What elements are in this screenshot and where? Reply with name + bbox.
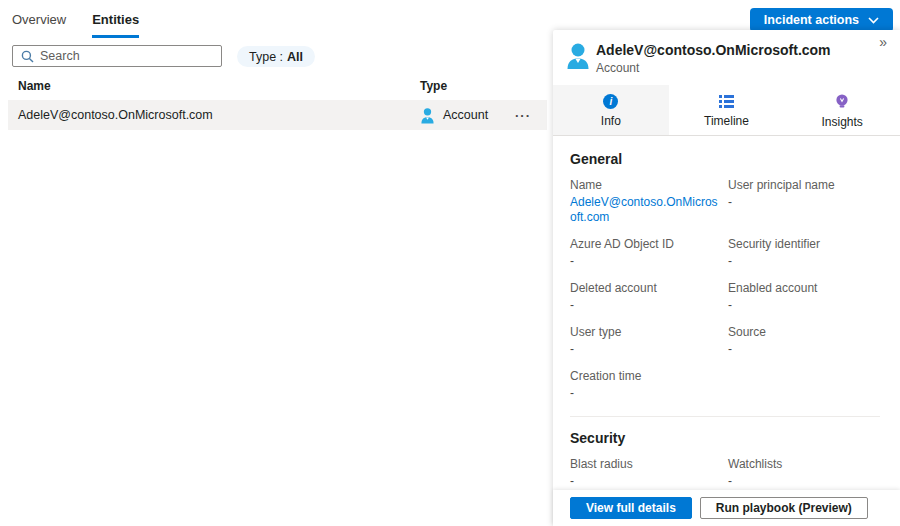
insights-icon xyxy=(836,94,848,110)
search-input[interactable] xyxy=(40,49,221,63)
section-divider xyxy=(570,416,880,417)
field-user-principal-name: User principal name - xyxy=(728,178,880,225)
tab-timeline-label: Timeline xyxy=(704,114,749,128)
account-icon xyxy=(420,107,435,124)
details-footer: View full details Run playbook (Preview) xyxy=(553,490,900,526)
search-icon xyxy=(21,50,34,63)
entity-header: AdeleV@contoso.OnMicrosoft.com Account xyxy=(566,42,870,75)
tab-info-label: Info xyxy=(601,114,621,128)
type-filter-chip[interactable]: Type : All xyxy=(237,46,315,67)
collapse-pane-icon[interactable]: » xyxy=(879,35,887,49)
section-title-general: General xyxy=(570,151,880,167)
field-deleted-account: Deleted account - xyxy=(570,281,728,313)
field-enabled-account: Enabled account - xyxy=(728,281,880,313)
details-content: General Name AdeleV@contoso.OnMicrosoft.… xyxy=(553,137,900,490)
entity-details-panel: » AdeleV@contoso.OnMicrosoft.com Account… xyxy=(553,30,900,526)
info-icon: i xyxy=(603,94,618,109)
details-tabs: i Info Timeline Insights xyxy=(553,85,900,136)
entity-list-panel: Type : All Name Type AdeleV@contoso.OnMi… xyxy=(0,42,553,526)
type-filter-value: All xyxy=(287,50,303,64)
entity-name-link[interactable]: AdeleV@contoso.OnMicrosoft.com xyxy=(570,195,718,225)
incident-actions-button[interactable]: Incident actions xyxy=(750,8,893,32)
type-filter-label: Type : xyxy=(249,50,283,64)
search-box[interactable] xyxy=(12,45,222,67)
tab-info[interactable]: i Info xyxy=(553,85,669,135)
field-blast-radius: Blast radius - xyxy=(570,457,728,489)
section-title-security: Security xyxy=(570,430,880,446)
entity-type-cell: Account xyxy=(420,107,488,124)
field-azure-ad-object-id: Azure AD Object ID - xyxy=(570,237,728,269)
run-playbook-button[interactable]: Run playbook (Preview) xyxy=(700,497,868,519)
security-fields: Blast radius - Watchlists - xyxy=(570,457,880,490)
tab-overview[interactable]: Overview xyxy=(12,12,66,38)
incident-actions-label: Incident actions xyxy=(764,13,859,27)
entity-name-cell: AdeleV@contoso.OnMicrosoft.com xyxy=(18,108,420,122)
timeline-icon xyxy=(719,94,735,109)
entity-type-label: Account xyxy=(443,108,488,122)
field-name: Name AdeleV@contoso.OnMicrosoft.com xyxy=(570,178,728,225)
table-header: Name Type xyxy=(18,79,543,93)
page-tabs: Overview Entities xyxy=(12,12,139,38)
field-creation-time: Creation time - xyxy=(570,369,728,401)
column-header-name[interactable]: Name xyxy=(18,79,420,93)
table-row[interactable]: AdeleV@contoso.OnMicrosoft.com Account ·… xyxy=(8,100,547,130)
tab-timeline[interactable]: Timeline xyxy=(669,85,785,135)
account-avatar-icon xyxy=(566,42,590,70)
field-source: Source - xyxy=(728,325,880,357)
field-security-identifier: Security identifier - xyxy=(728,237,880,269)
chevron-down-icon xyxy=(868,17,879,24)
row-more-actions-button[interactable]: ··· xyxy=(515,108,531,123)
general-fields: Name AdeleV@contoso.OnMicrosoft.com User… xyxy=(570,178,880,413)
column-header-type[interactable]: Type xyxy=(420,79,447,93)
tab-insights-label: Insights xyxy=(822,115,863,129)
entity-title: AdeleV@contoso.OnMicrosoft.com xyxy=(596,42,831,59)
entity-subtitle: Account xyxy=(596,61,831,75)
field-watchlists: Watchlists - xyxy=(728,457,880,489)
tab-insights[interactable]: Insights xyxy=(784,85,900,135)
view-full-details-button[interactable]: View full details xyxy=(570,497,692,519)
field-user-type: User type - xyxy=(570,325,728,357)
tab-entities[interactable]: Entities xyxy=(92,12,139,38)
